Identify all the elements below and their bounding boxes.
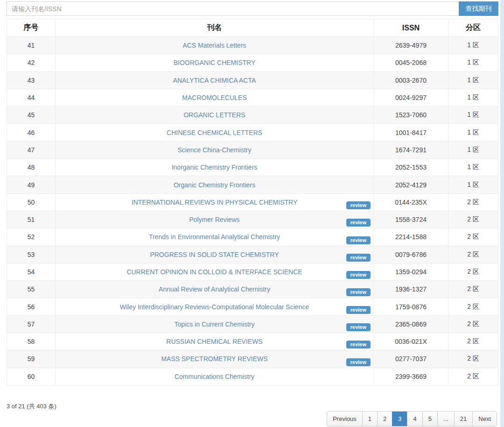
review-badge: review: [346, 341, 371, 349]
journal-name-cell: Communications Chemistry: [56, 368, 374, 385]
page-info-text: 3 of 21 (共 403 条): [7, 402, 56, 411]
zone-cell: 2 区: [448, 333, 498, 350]
table-row: 47Science China-Chemistry1674-72911 区: [7, 141, 498, 158]
table-row: 60Communications Chemistry2399-36692 区: [7, 368, 498, 385]
page-button[interactable]: 5: [422, 412, 437, 426]
review-badge: review: [346, 236, 371, 244]
table-row: 58RUSSIAN CHEMICAL REVIEWSreview0036-021…: [7, 333, 498, 350]
row-index-cell: 49: [7, 176, 56, 193]
issn-cell: 0079-6786: [374, 246, 448, 263]
journal-name-cell: Annual Review of Analytical Chemistryrev…: [56, 281, 374, 298]
journal-name-cell: Topics in Current Chemistryreview: [56, 315, 374, 333]
page-button[interactable]: Previous: [327, 412, 362, 426]
journal-name-cell: ANALYTICA CHIMICA ACTA: [56, 71, 374, 89]
journal-name-cell: Wiley Interdisciplinary Reviews-Computat…: [56, 298, 374, 315]
page-button[interactable]: 4: [407, 412, 422, 426]
row-index-cell: 52: [7, 228, 56, 246]
issn-cell: 0036-021X: [374, 333, 448, 350]
table-row: 41ACS Materials Letters2639-49791 区: [7, 37, 498, 54]
table-row: 50INTERNATIONAL REVIEWS IN PHYSICAL CHEM…: [7, 193, 498, 211]
row-index-cell: 43: [7, 71, 56, 89]
table-row: 46CHINESE CHEMICAL LETTERS1001-84171 区: [7, 124, 498, 141]
journal-link[interactable]: Annual Review of Analytical Chemistry: [159, 285, 270, 293]
row-index-cell: 42: [7, 54, 56, 71]
zone-cell: 1 区: [448, 107, 498, 124]
journal-link[interactable]: MACROMOLECULES: [182, 94, 246, 101]
page-button[interactable]: 2: [377, 412, 392, 426]
issn-cell: 1359-0294: [374, 263, 448, 280]
issn-cell: 0003-2670: [374, 71, 448, 89]
journal-link[interactable]: CHINESE CHEMICAL LETTERS: [167, 129, 262, 136]
row-index-cell: 48: [7, 159, 56, 176]
review-badge: review: [346, 201, 371, 209]
issn-cell: 0045-2068: [374, 54, 448, 71]
review-badge: review: [346, 323, 371, 331]
journal-name-cell: Trends in Environmental Analytical Chemi…: [56, 228, 374, 246]
pagination: Previous12345...21Next: [327, 411, 497, 427]
row-index-cell: 57: [7, 315, 56, 333]
journal-link[interactable]: Trends in Environmental Analytical Chemi…: [149, 233, 280, 241]
journal-name-cell: INTERNATIONAL REVIEWS IN PHYSICAL CHEMIS…: [56, 193, 374, 211]
zone-cell: 2 区: [448, 368, 498, 385]
zone-cell: 1 区: [448, 54, 498, 71]
row-index-cell: 55: [7, 281, 56, 298]
journal-name-cell: Inorganic Chemistry Frontiers: [56, 159, 374, 176]
journal-link[interactable]: Science China-Chemistry: [178, 146, 252, 154]
journal-name-cell: CHINESE CHEMICAL LETTERS: [56, 124, 374, 141]
search-button[interactable]: 查找期刊: [459, 1, 498, 16]
issn-cell: 1001-8417: [374, 124, 448, 141]
journal-name-cell: Science China-Chemistry: [56, 141, 374, 158]
journal-link[interactable]: INTERNATIONAL REVIEWS IN PHYSICAL CHEMIS…: [132, 199, 298, 206]
journal-link[interactable]: ACS Materials Letters: [182, 42, 246, 49]
issn-cell: 1523-7060: [374, 107, 448, 124]
page-scrollbar-track[interactable]: [500, 0, 504, 427]
header-issn: ISSN: [374, 19, 448, 37]
zone-cell: 2 区: [448, 246, 498, 263]
journal-name-cell: Polymer Reviewsreview: [56, 211, 374, 228]
journal-link[interactable]: Polymer Reviews: [189, 216, 239, 223]
row-index-cell: 58: [7, 333, 56, 350]
page-button[interactable]: 21: [454, 412, 472, 426]
table-row: 54CURRENT OPINION IN COLLOID & INTERFACE…: [7, 263, 498, 280]
issn-cell: 2052-4129: [374, 176, 448, 193]
zone-cell: 1 区: [448, 89, 498, 106]
journal-link[interactable]: Communications Chemistry: [175, 373, 254, 380]
row-index-cell: 47: [7, 141, 56, 158]
issn-cell: 1558-3724: [374, 211, 448, 228]
zone-cell: 2 区: [448, 228, 498, 246]
review-badge: review: [346, 219, 371, 227]
page-button-current[interactable]: 3: [392, 412, 407, 426]
issn-cell: 1759-0876: [374, 298, 448, 315]
issn-cell: 2052-1553: [374, 159, 448, 176]
table-row: 56Wiley Interdisciplinary Reviews-Comput…: [7, 298, 498, 315]
table-row: 45ORGANIC LETTERS1523-70601 区: [7, 107, 498, 124]
journal-link[interactable]: PROGRESS IN SOLID STATE CHEMISTRY: [150, 251, 279, 258]
header-index: 序号: [7, 19, 56, 37]
journal-link[interactable]: Organic Chemistry Frontiers: [174, 181, 255, 189]
journal-link[interactable]: Inorganic Chemistry Frontiers: [172, 164, 258, 171]
journal-link[interactable]: ANALYTICA CHIMICA ACTA: [173, 77, 256, 84]
row-index-cell: 54: [7, 263, 56, 280]
row-index-cell: 41: [7, 37, 56, 54]
journal-link[interactable]: CURRENT OPINION IN COLLOID & INTERFACE S…: [126, 268, 302, 276]
page-button[interactable]: 1: [362, 412, 377, 426]
review-badge: review: [346, 254, 371, 262]
journal-link[interactable]: Wiley Interdisciplinary Reviews-Computat…: [120, 303, 309, 311]
journal-link[interactable]: RUSSIAN CHEMICAL REVIEWS: [166, 338, 262, 345]
search-input[interactable]: [7, 1, 459, 16]
page-button[interactable]: ...: [437, 412, 454, 426]
zone-cell: 1 区: [448, 37, 498, 54]
page-button[interactable]: Next: [472, 412, 497, 426]
journal-name-cell: BIOORGANIC CHEMISTRY: [56, 54, 374, 71]
journal-name-cell: RUSSIAN CHEMICAL REVIEWSreview: [56, 333, 374, 350]
issn-cell: 1936-1327: [374, 281, 448, 298]
zone-cell: 1 区: [448, 71, 498, 89]
journal-link[interactable]: MASS SPECTROMETRY REVIEWS: [161, 355, 267, 363]
journal-link[interactable]: ORGANIC LETTERS: [183, 111, 245, 119]
row-index-cell: 51: [7, 211, 56, 228]
table-row: 59MASS SPECTROMETRY REVIEWSreview0277-70…: [7, 350, 498, 368]
journal-name-cell: MASS SPECTROMETRY REVIEWSreview: [56, 350, 374, 368]
journal-link[interactable]: BIOORGANIC CHEMISTRY: [174, 59, 256, 66]
journal-link[interactable]: Topics in Current Chemistry: [175, 320, 255, 328]
zone-cell: 2 区: [448, 211, 498, 228]
